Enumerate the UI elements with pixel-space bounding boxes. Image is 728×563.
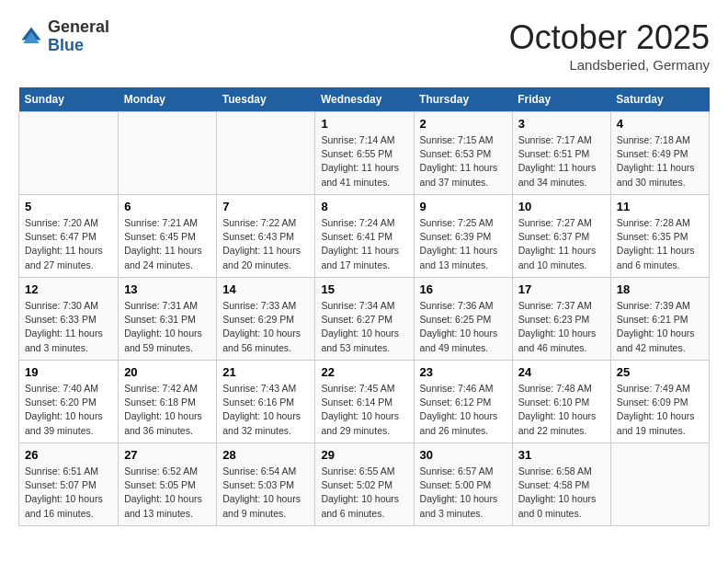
day-info: Sunrise: 7:15 AM Sunset: 6:53 PM Dayligh… — [420, 133, 506, 190]
month-title: October 2025 — [509, 18, 710, 57]
calendar-cell: 4Sunrise: 7:18 AM Sunset: 6:49 PM Daylig… — [610, 112, 709, 195]
day-number: 18 — [617, 282, 703, 296]
day-number: 11 — [617, 200, 703, 213]
day-number: 6 — [124, 200, 210, 213]
day-info: Sunrise: 6:52 AM Sunset: 5:05 PM Dayligh… — [124, 465, 210, 521]
day-info: Sunrise: 7:37 AM Sunset: 6:23 PM Dayligh… — [518, 299, 605, 355]
day-info: Sunrise: 7:17 AM Sunset: 6:51 PM Dayligh… — [518, 133, 605, 190]
day-number: 14 — [222, 282, 309, 296]
calendar-cell: 7Sunrise: 7:22 AM Sunset: 6:43 PM Daylig… — [217, 195, 315, 278]
calendar-cell: 19Sunrise: 7:40 AM Sunset: 6:20 PM Dayli… — [19, 361, 119, 443]
logo-blue: Blue — [48, 37, 109, 55]
calendar-cell — [217, 112, 315, 195]
page-header: General Blue October 2025 Landsberied, G… — [18, 18, 710, 73]
logo: General Blue — [18, 18, 109, 55]
calendar-cell: 1Sunrise: 7:14 AM Sunset: 6:55 PM Daylig… — [315, 112, 414, 195]
day-number: 25 — [617, 365, 703, 379]
calendar-week-row: 1Sunrise: 7:14 AM Sunset: 6:55 PM Daylig… — [19, 112, 710, 195]
day-info: Sunrise: 7:27 AM Sunset: 6:37 PM Dayligh… — [518, 216, 605, 272]
day-number: 17 — [518, 282, 605, 296]
day-number: 21 — [222, 365, 309, 379]
calendar-cell: 28Sunrise: 6:54 AM Sunset: 5:03 PM Dayli… — [217, 443, 315, 526]
calendar-week-row: 5Sunrise: 7:20 AM Sunset: 6:47 PM Daylig… — [19, 195, 710, 278]
calendar-week-row: 19Sunrise: 7:40 AM Sunset: 6:20 PM Dayli… — [19, 361, 710, 443]
day-number: 8 — [321, 200, 407, 213]
day-info: Sunrise: 7:43 AM Sunset: 6:16 PM Dayligh… — [222, 382, 309, 438]
day-info: Sunrise: 7:30 AM Sunset: 6:33 PM Dayligh… — [25, 299, 112, 355]
day-number: 26 — [25, 448, 112, 462]
calendar-cell: 3Sunrise: 7:17 AM Sunset: 6:51 PM Daylig… — [512, 112, 610, 195]
day-info: Sunrise: 7:24 AM Sunset: 6:41 PM Dayligh… — [321, 216, 407, 272]
calendar-cell: 6Sunrise: 7:21 AM Sunset: 6:45 PM Daylig… — [119, 195, 217, 278]
day-info: Sunrise: 7:42 AM Sunset: 6:18 PM Dayligh… — [124, 382, 210, 438]
calendar-cell: 21Sunrise: 7:43 AM Sunset: 6:16 PM Dayli… — [217, 361, 315, 443]
day-info: Sunrise: 7:46 AM Sunset: 6:12 PM Dayligh… — [420, 382, 506, 438]
day-number: 30 — [420, 448, 506, 462]
day-number: 29 — [321, 448, 407, 462]
day-info: Sunrise: 7:39 AM Sunset: 6:21 PM Dayligh… — [617, 299, 703, 355]
day-info: Sunrise: 7:18 AM Sunset: 6:49 PM Dayligh… — [617, 133, 703, 190]
calendar-cell: 27Sunrise: 6:52 AM Sunset: 5:05 PM Dayli… — [119, 443, 217, 526]
calendar-cell: 30Sunrise: 6:57 AM Sunset: 5:00 PM Dayli… — [414, 443, 512, 526]
day-info: Sunrise: 6:51 AM Sunset: 5:07 PM Dayligh… — [25, 465, 112, 521]
day-info: Sunrise: 7:48 AM Sunset: 6:10 PM Dayligh… — [518, 382, 605, 438]
day-number: 22 — [321, 365, 407, 379]
calendar-cell: 25Sunrise: 7:49 AM Sunset: 6:09 PM Dayli… — [610, 361, 709, 443]
calendar-cell: 29Sunrise: 6:55 AM Sunset: 5:02 PM Dayli… — [315, 443, 414, 526]
calendar-cell: 5Sunrise: 7:20 AM Sunset: 6:47 PM Daylig… — [19, 195, 119, 278]
calendar-week-row: 26Sunrise: 6:51 AM Sunset: 5:07 PM Dayli… — [19, 443, 710, 526]
calendar-cell — [19, 112, 119, 195]
calendar-cell: 15Sunrise: 7:34 AM Sunset: 6:27 PM Dayli… — [315, 278, 414, 361]
day-number: 19 — [25, 365, 112, 379]
day-number: 3 — [518, 117, 605, 131]
day-info: Sunrise: 7:34 AM Sunset: 6:27 PM Dayligh… — [321, 299, 407, 355]
day-info: Sunrise: 7:21 AM Sunset: 6:45 PM Dayligh… — [124, 216, 210, 272]
day-info: Sunrise: 7:28 AM Sunset: 6:35 PM Dayligh… — [617, 216, 703, 272]
calendar-table: SundayMondayTuesdayWednesdayThursdayFrid… — [18, 87, 710, 526]
calendar-cell — [610, 443, 709, 526]
day-number: 23 — [420, 365, 506, 379]
day-number: 9 — [420, 200, 506, 213]
day-info: Sunrise: 7:33 AM Sunset: 6:29 PM Dayligh… — [222, 299, 309, 355]
calendar-cell: 26Sunrise: 6:51 AM Sunset: 5:07 PM Dayli… — [19, 443, 119, 526]
calendar-cell: 10Sunrise: 7:27 AM Sunset: 6:37 PM Dayli… — [512, 195, 610, 278]
header-friday: Friday — [512, 87, 610, 112]
day-number: 31 — [518, 448, 605, 462]
calendar-cell: 17Sunrise: 7:37 AM Sunset: 6:23 PM Dayli… — [512, 278, 610, 361]
calendar-cell: 11Sunrise: 7:28 AM Sunset: 6:35 PM Dayli… — [610, 195, 709, 278]
day-info: Sunrise: 6:54 AM Sunset: 5:03 PM Dayligh… — [222, 465, 309, 521]
calendar-cell: 14Sunrise: 7:33 AM Sunset: 6:29 PM Dayli… — [217, 278, 315, 361]
day-info: Sunrise: 7:20 AM Sunset: 6:47 PM Dayligh… — [25, 216, 112, 272]
day-info: Sunrise: 6:58 AM Sunset: 4:58 PM Dayligh… — [518, 465, 605, 521]
day-number: 2 — [420, 117, 506, 131]
day-number: 28 — [222, 448, 309, 462]
day-info: Sunrise: 7:45 AM Sunset: 6:14 PM Dayligh… — [321, 382, 407, 438]
day-number: 27 — [124, 448, 210, 462]
calendar-cell: 31Sunrise: 6:58 AM Sunset: 4:58 PM Dayli… — [512, 443, 610, 526]
day-info: Sunrise: 7:40 AM Sunset: 6:20 PM Dayligh… — [25, 382, 112, 438]
calendar-week-row: 12Sunrise: 7:30 AM Sunset: 6:33 PM Dayli… — [19, 278, 710, 361]
header-wednesday: Wednesday — [315, 87, 414, 112]
header-saturday: Saturday — [610, 87, 709, 112]
day-info: Sunrise: 7:31 AM Sunset: 6:31 PM Dayligh… — [124, 299, 210, 355]
day-number: 5 — [25, 200, 112, 213]
calendar-cell: 2Sunrise: 7:15 AM Sunset: 6:53 PM Daylig… — [414, 112, 512, 195]
day-info: Sunrise: 7:49 AM Sunset: 6:09 PM Dayligh… — [617, 382, 703, 438]
day-info: Sunrise: 7:22 AM Sunset: 6:43 PM Dayligh… — [222, 216, 309, 272]
calendar-cell: 9Sunrise: 7:25 AM Sunset: 6:39 PM Daylig… — [414, 195, 512, 278]
calendar-cell: 12Sunrise: 7:30 AM Sunset: 6:33 PM Dayli… — [19, 278, 119, 361]
header-sunday: Sunday — [19, 87, 119, 112]
day-number: 24 — [518, 365, 605, 379]
day-info: Sunrise: 7:25 AM Sunset: 6:39 PM Dayligh… — [420, 216, 506, 272]
calendar-cell — [119, 112, 217, 195]
day-info: Sunrise: 7:14 AM Sunset: 6:55 PM Dayligh… — [321, 133, 407, 190]
header-thursday: Thursday — [414, 87, 512, 112]
day-number: 12 — [25, 282, 112, 296]
logo-general: General — [48, 18, 109, 37]
calendar-cell: 24Sunrise: 7:48 AM Sunset: 6:10 PM Dayli… — [512, 361, 610, 443]
calendar-cell: 18Sunrise: 7:39 AM Sunset: 6:21 PM Dayli… — [610, 278, 709, 361]
logo-text: General Blue — [48, 18, 109, 55]
day-number: 15 — [321, 282, 407, 296]
day-number: 1 — [321, 117, 407, 131]
logo-icon — [18, 24, 44, 50]
